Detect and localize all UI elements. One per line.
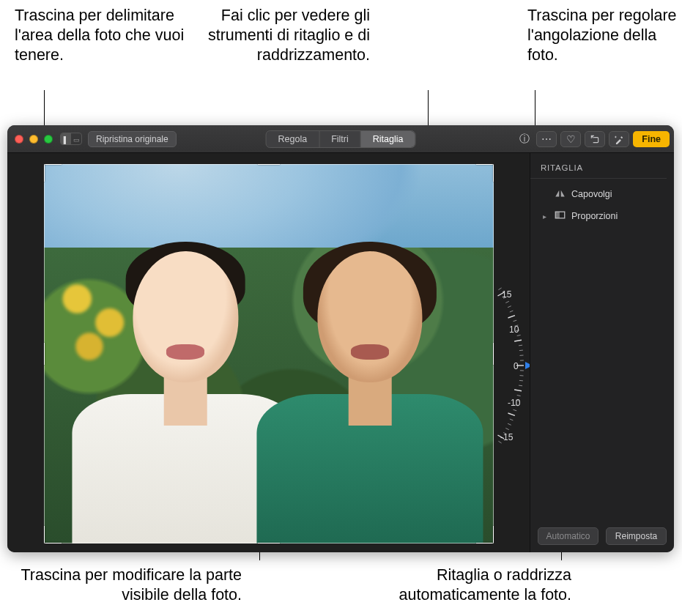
crop-handle-bottom-left[interactable] <box>44 526 62 543</box>
svg-line-22 <box>517 396 521 396</box>
flip-label: Capovolgi <box>571 189 612 199</box>
crop-handle-top-right[interactable] <box>476 164 494 182</box>
info-icon[interactable]: ⓘ <box>516 131 533 147</box>
tab-adjust[interactable]: Regola <box>267 131 320 147</box>
svg-line-4 <box>508 306 511 308</box>
minimize-window-button[interactable] <box>29 135 38 144</box>
flip-icon <box>554 188 566 200</box>
tab-crop[interactable]: Ritaglia <box>361 131 415 147</box>
svg-line-5 <box>510 311 514 312</box>
flip-row[interactable]: Capovolgi <box>530 183 674 205</box>
svg-line-21 <box>514 390 522 391</box>
aspect-row[interactable]: ▸ Proporzioni <box>530 205 674 227</box>
fullscreen-window-button[interactable] <box>44 135 53 144</box>
reset-crop-button[interactable]: Reimposta <box>606 527 667 545</box>
svg-line-0 <box>498 288 501 290</box>
svg-line-19 <box>519 380 523 381</box>
crop-side-panel: RITAGLIA Capovolgi ▸ Proporzioni <box>530 153 674 552</box>
svg-line-20 <box>519 385 522 386</box>
tab-filters[interactable]: Filtri <box>319 131 361 147</box>
svg-text:10: 10 <box>509 324 519 335</box>
window-toolbar: ▌▭ Ripristina originale Regola Filtri Ri… <box>7 125 674 153</box>
svg-line-7 <box>514 320 517 322</box>
crop-handle-bottom[interactable] <box>258 543 280 543</box>
auto-crop-button[interactable]: Automatico <box>538 527 598 545</box>
svg-line-28 <box>508 423 511 425</box>
crop-handle-bottom-right[interactable] <box>476 526 494 543</box>
edit-stage: 15 10 0 -10 -15 <box>7 153 530 552</box>
svg-text:-10: -10 <box>508 398 521 408</box>
edit-mode-tabs: Regola Filtri Ritaglia <box>266 130 416 148</box>
svg-line-25 <box>514 409 517 411</box>
done-button[interactable]: Fine <box>633 131 670 147</box>
svg-line-13 <box>519 350 523 351</box>
svg-line-26 <box>508 413 515 415</box>
close-window-button[interactable] <box>15 135 23 144</box>
rotate-icon[interactable] <box>585 131 605 147</box>
svg-line-3 <box>505 301 509 303</box>
chevron-right-icon: ▸ <box>541 212 548 220</box>
svg-rect-38 <box>555 212 560 218</box>
svg-line-12 <box>519 345 522 346</box>
revert-original-button[interactable]: Ripristina originale <box>88 131 177 147</box>
angle-value: 0 <box>514 361 519 371</box>
callout-auto: Ritaglia o raddrizza automaticamente la … <box>319 565 571 605</box>
panel-title: RITAGLIA <box>530 153 667 179</box>
favorite-icon[interactable]: ♡ <box>560 131 581 147</box>
svg-line-11 <box>514 340 522 341</box>
crop-handle-top[interactable] <box>258 164 280 165</box>
photo-canvas[interactable] <box>44 164 494 543</box>
more-icon[interactable]: ⋯ <box>536 131 557 147</box>
svg-line-6 <box>508 316 515 318</box>
callout-crop-tools: Fai clic per vedere gli strumenti di rit… <box>165 6 370 65</box>
straighten-dial[interactable]: 15 10 0 -10 -15 <box>465 270 530 461</box>
crop-handle-top-left[interactable] <box>44 164 62 182</box>
window-traffic-lights <box>15 135 53 144</box>
callout-visible: Trascina per modificare la parte visibil… <box>7 565 242 605</box>
crop-handle-left[interactable] <box>44 343 45 365</box>
svg-line-10 <box>517 335 521 335</box>
svg-text:-15: -15 <box>500 432 514 442</box>
spacer <box>541 190 548 198</box>
aspect-label: Proporzioni <box>571 211 618 221</box>
autoenhance-icon[interactable] <box>609 131 629 147</box>
aspect-icon <box>554 210 566 222</box>
svg-line-29 <box>505 428 509 430</box>
layout-switch[interactable]: ▌▭ <box>60 133 82 145</box>
photos-edit-window: ▌▭ Ripristina originale Regola Filtri Ri… <box>7 125 674 552</box>
svg-text:15: 15 <box>502 289 512 300</box>
svg-line-27 <box>510 419 514 420</box>
callout-angle: Trascina per regolare l'angolazione dell… <box>527 6 678 65</box>
